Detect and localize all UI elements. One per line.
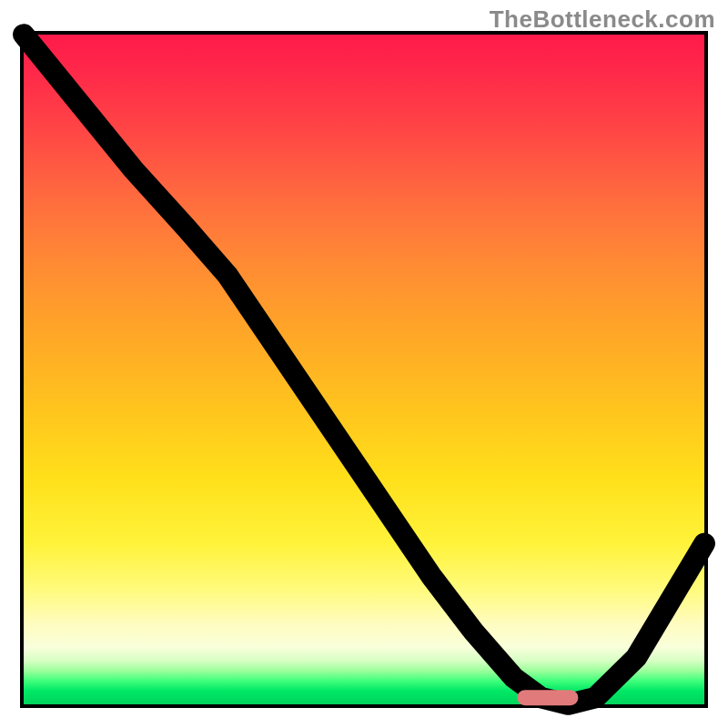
watermark-text: TheBottleneck.com xyxy=(490,5,715,34)
bottleneck-curve xyxy=(24,35,704,704)
curve-path xyxy=(24,35,704,704)
plot-area xyxy=(20,31,708,708)
optimal-range-marker xyxy=(517,690,578,706)
